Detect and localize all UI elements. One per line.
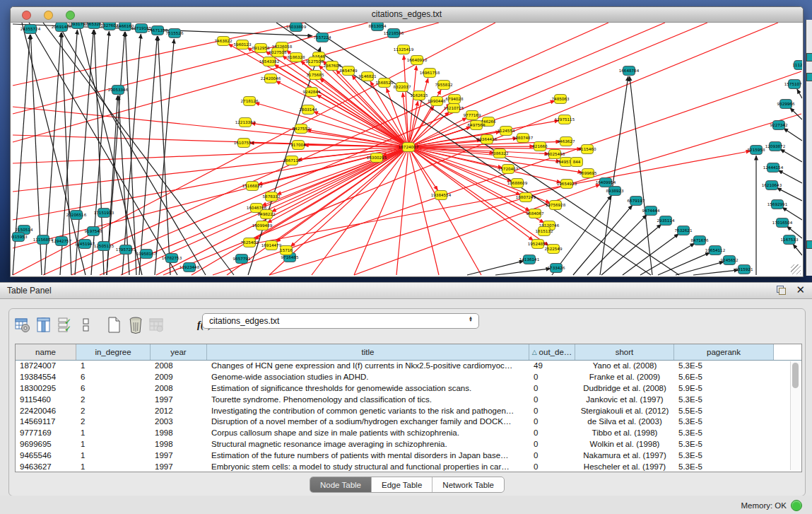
edge[interactable] (676, 262, 724, 275)
cell-out-de-[interactable]: 0 (529, 395, 575, 406)
graph-node[interactable]: 9777169 (464, 111, 481, 120)
graph-node[interactable]: 5878332 (263, 192, 281, 201)
edge[interactable] (573, 205, 632, 275)
memory-ok-indicator-icon[interactable] (791, 500, 802, 511)
graph-node[interactable]: 8454749 (340, 66, 358, 76)
graph-node[interactable]: 14136141 (519, 255, 540, 264)
table-row[interactable]: 1938455462009Genome-wide association stu… (16, 372, 801, 383)
graph-node[interactable]: 16210725 (444, 104, 464, 113)
graph-node[interactable]: 7625402 (241, 238, 259, 247)
graph-node[interactable]: 20364436 (477, 135, 498, 144)
table-row[interactable]: 969969511998Structural magnetic resonanc… (16, 439, 801, 450)
graph-node[interactable]: 12975115 (555, 115, 575, 124)
cell-short[interactable]: Nakamura et al. (1997) (575, 450, 674, 462)
graph-node[interactable]: 8322037 (394, 83, 411, 92)
cell-pagerank[interactable]: 5.5E-5 (674, 406, 774, 417)
graph-node[interactable]: 9227342 (770, 121, 788, 130)
cell-title[interactable]: Investigating the contribution of common… (207, 406, 529, 417)
column-header-in-degree[interactable]: in_degree (76, 344, 151, 360)
edge[interactable] (57, 23, 206, 275)
graph-node[interactable]: 9857791 (233, 255, 251, 264)
table-row[interactable]: 2242004622012Investigating the contribut… (16, 406, 801, 417)
graph-node[interactable]: 12213383 (235, 118, 256, 127)
graph-node[interactable]: 7557224 (314, 33, 331, 42)
graph-node[interactable]: 821660 (532, 142, 548, 151)
cell-year[interactable]: 1998 (151, 428, 207, 439)
graph-node[interactable]: 9463627 (558, 137, 575, 146)
graph-node[interactable]: 19756928 (546, 201, 566, 210)
edge[interactable] (778, 170, 802, 183)
cell-in-degree[interactable]: 2 (76, 416, 151, 428)
graph-node[interactable]: 24355724 (20, 25, 41, 34)
graph-node[interactable]: 11325419 (394, 45, 414, 54)
graph-node[interactable]: 6794028 (446, 95, 464, 104)
cell-pagerank[interactable]: 5.6E-5 (674, 372, 774, 383)
table-vertical-scrollbar[interactable] (790, 361, 800, 470)
edge[interactable] (336, 70, 408, 147)
row-height-icon[interactable] (77, 316, 95, 334)
column-header-out-de-[interactable]: △out_de… (529, 344, 575, 360)
cell-year[interactable]: 2008 (151, 383, 207, 395)
graph-node[interactable]: 16648784 (619, 66, 640, 76)
delete-rows-icon[interactable] (126, 316, 145, 334)
graph-node[interactable]: 9498222 (258, 210, 276, 219)
cell-out-de-[interactable]: 49 (529, 361, 575, 372)
table-row[interactable]: 1456911722003Disruption of a novel membe… (16, 416, 801, 428)
graph-node[interactable]: 9115460 (579, 145, 596, 154)
cell-in-degree[interactable]: 6 (76, 372, 151, 383)
graph-node[interactable]: 8427552 (293, 124, 310, 134)
cell-in-degree[interactable]: 1 (76, 462, 151, 472)
edge[interactable] (790, 108, 802, 119)
graph-node[interactable]: 8813054 (369, 23, 387, 31)
citation-network-graph[interactable]: 2435572420691406209317971065328713276026… (11, 23, 802, 276)
graph-node[interactable]: 20053346 (108, 86, 129, 95)
cell-in-degree[interactable]: 2 (76, 406, 151, 417)
cell-name[interactable]: 9115460 (16, 395, 76, 406)
cell-out-de-[interactable]: 0 (529, 428, 575, 439)
edge[interactable] (780, 149, 802, 162)
graph-node[interactable]: 3124554 (498, 127, 515, 136)
cell-title[interactable]: Genome-wide association studies in ADHD. (207, 372, 529, 383)
edge[interactable] (75, 30, 93, 275)
cell-title[interactable]: Estimation of the future numbers of pati… (207, 450, 529, 462)
graph-node[interactable]: 7632621 (675, 226, 693, 235)
edge[interactable] (793, 244, 802, 255)
cell-pagerank[interactable]: 5.3E-5 (674, 395, 774, 406)
cell-year[interactable]: 1998 (151, 439, 207, 450)
graph-node[interactable]: 8471676 (691, 236, 709, 245)
float-panel-icon[interactable] (777, 286, 786, 295)
graph-node[interactable]: 7485063 (552, 95, 570, 104)
graph-node[interactable]: 1568520 (376, 78, 394, 88)
window-resize-grip[interactable] (791, 264, 801, 274)
graph-node[interactable]: 12923448 (180, 263, 200, 272)
cell-short[interactable]: Hescheler et al. (1997) (575, 462, 674, 472)
graph-node[interactable]: 9315921 (736, 265, 753, 274)
graph-node[interactable]: 7515526 (166, 29, 184, 38)
table-row[interactable]: 911546021997Tourette syndrome. Phenomeno… (16, 395, 801, 406)
cell-out-de-[interactable]: 0 (529, 450, 575, 462)
graph-node[interactable]: 9197548 (85, 227, 102, 236)
graph-node[interactable]: 12444154 (763, 163, 784, 173)
edge[interactable] (658, 252, 710, 275)
network-canvas[interactable]: 2435572420691406209317971065328713276026… (11, 23, 802, 276)
edge[interactable] (640, 243, 695, 275)
column-header-title[interactable]: title (207, 344, 529, 360)
cell-out-de-[interactable]: 0 (529, 372, 575, 383)
graph-node[interactable]: 16107554 (234, 139, 254, 148)
graph-node[interactable]: 1162615 (411, 91, 428, 100)
graph-node[interactable]: 17016504 (772, 218, 793, 228)
column-header-year[interactable]: year (151, 344, 207, 360)
cell-year[interactable]: 2008 (151, 361, 207, 372)
edge[interactable] (784, 128, 802, 141)
graph-node[interactable]: 844 (571, 158, 583, 167)
edge[interactable] (600, 76, 628, 275)
cell-year[interactable]: 2003 (151, 416, 207, 428)
tab-edge-table[interactable]: Edge Table (372, 477, 433, 492)
graph-node[interactable]: 7386322 (491, 149, 509, 158)
graph-node[interactable]: 10958167 (136, 250, 157, 259)
edge[interactable] (13, 147, 408, 220)
edge[interactable] (13, 147, 408, 163)
graph-node[interactable]: 15716 (280, 246, 293, 255)
cell-year[interactable]: 1997 (151, 462, 207, 472)
new-table-icon[interactable] (105, 316, 124, 334)
